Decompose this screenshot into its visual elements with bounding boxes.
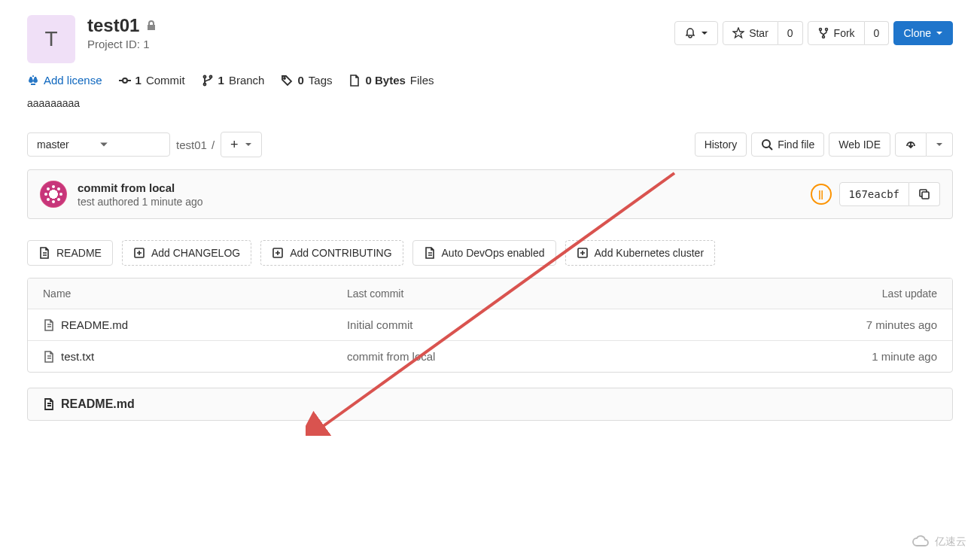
fork-label: Fork — [834, 27, 855, 39]
commit-sha-button[interactable]: 167eacbf — [839, 182, 909, 206]
history-button[interactable]: History — [695, 132, 747, 157]
col-name-header: Name — [43, 288, 347, 300]
file-name: README.md — [61, 318, 128, 331]
svg-point-15 — [57, 187, 60, 190]
breadcrumb-item[interactable]: test01 — [176, 138, 207, 151]
tags-stat[interactable]: 0 Tags — [281, 74, 332, 87]
svg-point-2 — [822, 36, 824, 38]
project-header: T test01 Project ID: 1 Star 0 — [27, 15, 953, 63]
clone-button[interactable]: Clone — [893, 21, 953, 45]
add-kubernetes-button[interactable]: Add Kubernetes cluster — [565, 240, 716, 266]
file-icon — [43, 398, 55, 410]
clone-label: Clone — [903, 27, 931, 39]
col-update-header: Last update — [741, 288, 937, 300]
svg-point-16 — [47, 198, 50, 201]
copy-sha-button[interactable] — [909, 182, 940, 206]
project-id: Project ID: 1 — [87, 38, 157, 50]
quick-actions-row: README Add CHANGELOG Add CONTRIBUTING Au… — [27, 240, 953, 266]
last-commit-panel: commit from local test authored 1 minute… — [27, 169, 953, 219]
add-dropdown[interactable]: + — [221, 132, 262, 157]
tree-controls: master test01 / + History Find file Web … — [27, 132, 953, 157]
svg-point-13 — [59, 193, 62, 196]
table-row[interactable]: test.txt commit from local 1 minute ago — [28, 341, 952, 372]
add-contributing-button[interactable]: Add CONTRIBUTING — [260, 240, 403, 266]
web-ide-button[interactable]: Web IDE — [829, 132, 890, 157]
readme-title: README.md — [61, 397, 135, 411]
auto-devops-button[interactable]: Auto DevOps enabled — [412, 240, 556, 266]
project-avatar: T — [27, 15, 75, 63]
svg-point-8 — [762, 140, 770, 148]
commit-meta: test authored 1 minute ago — [78, 196, 203, 208]
project-info: T test01 Project ID: 1 — [27, 15, 157, 63]
project-title: test01 — [87, 15, 139, 36]
branch-name: master — [37, 138, 69, 151]
stats-row: Add license 1 Commit 1 Branch 0 Tags 0 B… — [27, 74, 953, 87]
pipeline-status-icon[interactable]: || — [811, 184, 832, 205]
col-commit-header: Last commit — [347, 288, 741, 300]
download-button[interactable] — [895, 132, 927, 157]
branches-stat[interactable]: 1 Branch — [202, 74, 265, 87]
table-header: Name Last commit Last update — [28, 278, 952, 309]
fork-count[interactable]: 0 — [865, 21, 890, 45]
readme-button[interactable]: README — [27, 240, 113, 266]
file-tree-table: Name Last commit Last update README.md I… — [27, 278, 953, 373]
lock-icon — [145, 20, 157, 32]
svg-point-1 — [825, 29, 827, 31]
svg-point-17 — [57, 198, 60, 201]
svg-point-3 — [123, 78, 127, 83]
find-file-button[interactable]: Find file — [751, 132, 824, 157]
svg-point-14 — [47, 187, 50, 190]
file-update: 1 minute ago — [741, 350, 937, 363]
svg-point-10 — [52, 185, 55, 188]
star-count[interactable]: 0 — [778, 21, 803, 45]
readme-panel-header: README.md — [27, 388, 953, 421]
star-label: Star — [749, 27, 768, 39]
svg-point-12 — [44, 193, 47, 196]
file-name: test.txt — [61, 350, 94, 363]
file-icon — [43, 351, 55, 363]
svg-point-9 — [41, 181, 66, 207]
file-commit: commit from local — [347, 350, 741, 363]
svg-point-6 — [203, 83, 205, 85]
svg-point-11 — [52, 200, 55, 203]
svg-point-7 — [284, 78, 285, 79]
star-button[interactable]: Star — [723, 21, 778, 45]
tree-breadcrumb: test01 / — [176, 138, 215, 151]
file-update: 7 minutes ago — [741, 318, 937, 331]
commit-message[interactable]: commit from local — [78, 181, 203, 194]
files-stat[interactable]: 0 Bytes Files — [348, 74, 434, 87]
svg-rect-19 — [922, 192, 929, 199]
commit-author-avatar — [40, 181, 67, 208]
svg-point-4 — [203, 75, 205, 78]
commits-stat[interactable]: 1 Commit — [119, 74, 185, 87]
project-description: aaaaaaaaa — [27, 97, 953, 109]
header-actions: Star 0 Fork 0 Clone — [674, 21, 953, 45]
svg-point-0 — [819, 29, 821, 31]
fork-button[interactable]: Fork — [808, 21, 865, 45]
svg-point-18 — [51, 192, 56, 196]
add-license-link[interactable]: Add license — [27, 74, 102, 87]
add-changelog-button[interactable]: Add CHANGELOG — [122, 240, 251, 266]
file-commit: Initial commit — [347, 318, 741, 331]
download-dropdown[interactable] — [927, 132, 953, 157]
svg-point-5 — [209, 75, 212, 78]
branch-selector[interactable]: master — [27, 132, 170, 157]
notifications-button[interactable] — [674, 21, 718, 45]
file-icon — [43, 319, 55, 331]
table-row[interactable]: README.md Initial commit 7 minutes ago — [28, 309, 952, 341]
